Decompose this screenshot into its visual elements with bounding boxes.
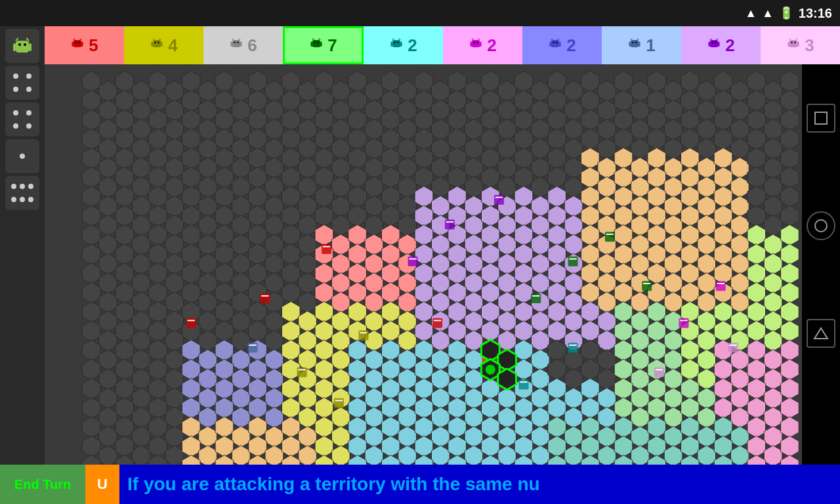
- player-android-icon-4: [309, 36, 324, 54]
- svg-line-69: [717, 39, 718, 40]
- svg-marker-980: [781, 455, 799, 465]
- svg-rect-70: [788, 42, 789, 47]
- svg-rect-1021: [728, 343, 738, 352]
- svg-marker-765: [781, 359, 799, 380]
- svg-point-24: [234, 42, 236, 43]
- svg-line-62: [637, 39, 639, 40]
- svg-point-52: [553, 42, 555, 43]
- message-bar: If you are attacking a territory with th…: [119, 465, 840, 504]
- player-android-icon-5: [389, 36, 404, 54]
- circle-btn[interactable]: [807, 211, 835, 240]
- svg-rect-42: [471, 42, 472, 47]
- svg-rect-43: [480, 42, 481, 47]
- svg-rect-36: [400, 42, 402, 47]
- svg-line-75: [789, 39, 791, 40]
- player-slot-2[interactable]: 4: [124, 26, 203, 64]
- svg-rect-983: [260, 293, 270, 303]
- svg-rect-15: [161, 42, 162, 47]
- right-buttons: [802, 64, 840, 387]
- svg-marker-421: [781, 205, 799, 226]
- player-android-icon-6: [469, 36, 483, 54]
- player-count-5: 2: [408, 35, 417, 56]
- android-btn[interactable]: [5, 29, 39, 63]
- dice-6-btn[interactable]: [5, 176, 39, 210]
- svg-rect-49: [550, 42, 551, 47]
- svg-point-1031: [815, 220, 827, 232]
- svg-rect-2: [16, 41, 29, 52]
- svg-rect-63: [709, 42, 710, 47]
- svg-marker-378: [781, 186, 799, 207]
- svg-marker-163: [781, 91, 799, 112]
- svg-marker-120: [781, 71, 799, 92]
- svg-line-20: [159, 39, 161, 40]
- dice-4-btn[interactable]: [5, 102, 39, 136]
- svg-marker-851: [781, 398, 799, 419]
- player-slot-5[interactable]: 2: [364, 26, 443, 64]
- svg-rect-65: [710, 40, 718, 47]
- dice-1-btn[interactable]: [5, 139, 39, 173]
- svg-point-31: [314, 42, 316, 43]
- player-slot-1[interactable]: 5: [45, 26, 124, 64]
- svg-point-25: [237, 42, 238, 43]
- svg-rect-9: [74, 40, 81, 47]
- message-text: If you are attacking a territory with th…: [127, 474, 540, 495]
- svg-rect-981: [186, 318, 196, 328]
- svg-point-4: [24, 43, 26, 46]
- svg-rect-1: [29, 43, 32, 51]
- svg-marker-722: [781, 340, 799, 361]
- svg-rect-57: [639, 42, 640, 47]
- svg-rect-50: [559, 42, 560, 47]
- svg-rect-21: [231, 42, 232, 47]
- svg-line-6: [26, 38, 29, 41]
- game-map[interactable]: [45, 64, 802, 465]
- player-slot-4[interactable]: 7: [283, 26, 364, 64]
- svg-point-74: [794, 42, 795, 43]
- player-slot-7[interactable]: 2: [522, 26, 602, 64]
- dice-2-btn[interactable]: [5, 66, 39, 100]
- svg-rect-1007: [605, 232, 615, 242]
- svg-point-46: [476, 42, 478, 43]
- player-slot-9[interactable]: 2: [681, 26, 761, 64]
- svg-line-19: [153, 39, 154, 40]
- player-count-2: 4: [168, 35, 177, 56]
- svg-marker-206: [781, 110, 799, 131]
- player-count-1: 5: [89, 35, 98, 56]
- svg-line-27: [239, 39, 240, 40]
- svg-rect-71: [797, 42, 799, 47]
- svg-point-39: [397, 42, 398, 43]
- svg-line-55: [558, 39, 559, 40]
- triangle-btn[interactable]: [807, 319, 835, 348]
- player-android-icon-8: [627, 36, 642, 54]
- player-slot-10[interactable]: 3: [761, 26, 840, 64]
- undo-button[interactable]: U: [85, 465, 119, 504]
- svg-point-38: [394, 42, 396, 43]
- svg-line-76: [796, 39, 797, 40]
- svg-rect-7: [72, 42, 74, 47]
- svg-rect-1023: [248, 343, 258, 352]
- svg-line-13: [80, 39, 81, 40]
- player-count-4: 7: [327, 35, 337, 56]
- svg-rect-1030: [815, 112, 827, 124]
- svg-line-61: [631, 39, 632, 40]
- svg-rect-1003: [531, 293, 541, 303]
- svg-rect-987: [358, 330, 368, 340]
- svg-point-67: [715, 42, 716, 43]
- player-slot-8[interactable]: 1: [602, 26, 681, 64]
- square-btn[interactable]: [807, 104, 835, 133]
- end-turn-button[interactable]: End Turn: [0, 465, 85, 504]
- bottom-bar: End Turn U If you are attacking a territ…: [0, 465, 840, 504]
- svg-rect-999: [432, 318, 442, 328]
- svg-marker-550: [781, 263, 799, 284]
- signal-icon: ▲: [762, 7, 774, 20]
- player-bar: 5 4 6 7: [45, 26, 840, 64]
- svg-rect-8: [81, 42, 83, 47]
- svg-rect-995: [445, 219, 455, 229]
- player-slot-6[interactable]: 2: [443, 26, 522, 64]
- svg-marker-679: [781, 321, 799, 342]
- svg-line-5: [16, 38, 18, 41]
- svg-point-10: [75, 42, 77, 43]
- svg-line-26: [232, 39, 234, 40]
- svg-marker-808: [781, 378, 799, 399]
- player-slot-3[interactable]: 6: [203, 26, 283, 64]
- svg-rect-1005: [568, 257, 578, 266]
